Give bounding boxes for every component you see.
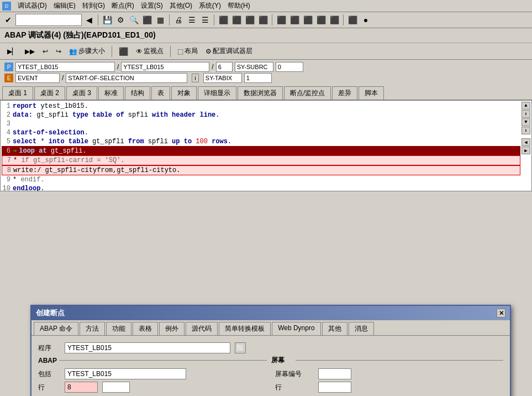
btn13[interactable]: ⬛ [288, 14, 301, 26]
tab-breakpoint[interactable]: 断点/监控点 [284, 86, 331, 100]
menu-goto[interactable]: 转到(G) [82, 1, 105, 11]
code-line-8: 8 write:/ gt_spfli-cityfrom,gt_spfli-cit… [2, 165, 520, 175]
save-btn[interactable]: 💾 [101, 14, 113, 26]
monitor-btn[interactable]: 👁 监视点 [133, 45, 166, 58]
program-input2[interactable] [121, 62, 209, 72]
modal-program-input[interactable] [65, 342, 230, 353]
layout-btn[interactable]: ⬚ 布局 [175, 45, 201, 58]
print-btn[interactable]: 🖨 [172, 14, 185, 26]
btn5[interactable]: ▦ [154, 14, 166, 26]
screen-line-input[interactable] [318, 382, 351, 393]
debug-sep2 [170, 46, 171, 57]
btn14[interactable]: ⬛ [302, 14, 314, 26]
btn8[interactable]: ⬛ [217, 14, 229, 26]
tab-script[interactable]: 脚本 [359, 86, 384, 100]
modal-tab-transform[interactable]: 简单转换模板 [219, 322, 271, 335]
tab-diff[interactable]: 差异 [332, 86, 357, 100]
tab-desktop1[interactable]: 桌面 1 [2, 86, 33, 100]
menu-breakpoint[interactable]: 断点(R) [112, 1, 134, 11]
menu-system[interactable]: 系统(Y) [199, 1, 221, 11]
modal-tab-source[interactable]: 源代码 [186, 322, 218, 335]
btn11[interactable]: ⬛ [257, 14, 269, 26]
btn3[interactable]: 🔍 [128, 14, 140, 26]
line-input[interactable] [216, 62, 233, 72]
line-input-modal[interactable] [65, 382, 98, 393]
code-text-1: report ytest_lb015. [13, 102, 520, 110]
scroll-btn4[interactable]: ⬇ [522, 127, 530, 134]
left-col: 包括 行 [38, 366, 266, 395]
btn9[interactable]: ⬛ [230, 14, 243, 26]
btn16[interactable]: ⬛ [328, 14, 340, 26]
sy-tabix-input[interactable] [244, 73, 272, 83]
menu-icon: D [2, 2, 11, 11]
tab-detail[interactable]: 详细显示 [198, 86, 236, 100]
modal-close-btn[interactable]: ✕ [497, 309, 505, 317]
menu-help[interactable]: 帮助(H) [228, 1, 250, 11]
modal-tab-method[interactable]: 方法 [80, 322, 105, 335]
stop-btn[interactable]: ⬛ [116, 45, 131, 58]
event-type-input[interactable] [15, 73, 60, 83]
step-size-btn[interactable]: 👥 步骤大小 [66, 45, 108, 58]
tab-browser[interactable]: 数据浏览器 [238, 86, 283, 100]
step-btn4[interactable]: ↪ [53, 46, 64, 57]
scroll-btn2[interactable]: ⬆ [522, 110, 530, 118]
scroll-btn6[interactable]: ▶ [522, 147, 530, 154]
back-btn[interactable]: ◀ [83, 14, 95, 26]
screen-label: 屏幕 [271, 356, 293, 365]
btn10[interactable]: ⬛ [244, 14, 256, 26]
program-input[interactable] [15, 62, 115, 72]
screen-num-input[interactable] [318, 368, 351, 379]
modal-tab-webdynpro[interactable]: Web Dynpro [272, 322, 320, 335]
sy-subrc-input[interactable] [276, 62, 303, 72]
modal-tab-message[interactable]: 消息 [349, 322, 374, 335]
code-text-7: * if gt_spfli-carrid = 'SQ'. [13, 157, 520, 164]
scroll-btn5[interactable]: ◀ [522, 138, 530, 146]
step-btn1[interactable]: ▶▏ [4, 46, 20, 57]
package-label: 包括 [38, 369, 60, 379]
two-col-row: 包括 行 屏幕编号 行 [38, 366, 503, 395]
modal-tab-other[interactable]: 其他 [322, 322, 347, 335]
tab-table[interactable]: 表 [151, 86, 170, 100]
modal-copy-btn[interactable]: ⬜ [235, 342, 246, 353]
modal-tab-table[interactable]: 表格 [133, 322, 158, 335]
btn15[interactable]: ⬛ [315, 14, 327, 26]
package-input[interactable] [65, 368, 186, 379]
config-label: 配置调试器层 [213, 46, 252, 56]
code-line-6: 6 ⇒ loop at gt_spfli. [2, 146, 520, 155]
modal-tab-abap[interactable]: ABAP 命令 [34, 322, 78, 335]
scroll-up-btn[interactable]: ▲ [522, 102, 530, 110]
modal-tab-exception[interactable]: 例外 [159, 322, 185, 335]
btn2[interactable]: ⚙ [114, 14, 127, 26]
sep3 [214, 14, 214, 25]
info-icon: i [192, 74, 198, 82]
step-btn2[interactable]: ▶▶ [22, 46, 38, 57]
line-extra-input[interactable] [102, 382, 130, 393]
event-val-input[interactable] [66, 73, 187, 83]
tab-standard[interactable]: 标准 [98, 86, 124, 100]
modal-title: 创建断点 [36, 308, 65, 318]
modal-tab-function[interactable]: 功能 [106, 322, 131, 335]
tab-structure[interactable]: 结构 [125, 86, 150, 100]
btn12[interactable]: ⬛ [275, 14, 287, 26]
scroll-btn3[interactable]: ▼ [522, 118, 530, 126]
menu-debug[interactable]: 调试器(D) [18, 1, 47, 11]
step-size-label: 步骤大小 [78, 46, 105, 56]
config-btn[interactable]: ⚙ 配置调试器层 [203, 45, 255, 58]
menu-other[interactable]: 其他(O) [170, 1, 192, 11]
abap-section: ABAP 屏幕 [38, 356, 503, 365]
btn18[interactable]: ● [360, 14, 372, 26]
step-btn3[interactable]: ↩ [40, 46, 51, 57]
btn7[interactable]: ☰ [199, 14, 211, 26]
step-size-icon: 👥 [69, 48, 77, 55]
tab-desktop2[interactable]: 桌面 2 [34, 86, 65, 100]
menu-settings[interactable]: 设置(S) [141, 1, 163, 11]
btn4[interactable]: ⬛ [141, 14, 153, 26]
check-btn[interactable]: ✔ [2, 14, 14, 26]
btn6[interactable]: ☰ [186, 14, 198, 26]
command-input[interactable] [15, 14, 82, 26]
tab-desktop3[interactable]: 桌面 3 [66, 86, 97, 100]
menu-edit[interactable]: 编辑(E) [54, 1, 76, 11]
btn17[interactable]: ⬛ [346, 14, 359, 26]
tab-object[interactable]: 对象 [171, 86, 197, 100]
monitor-label: 监视点 [144, 46, 164, 56]
